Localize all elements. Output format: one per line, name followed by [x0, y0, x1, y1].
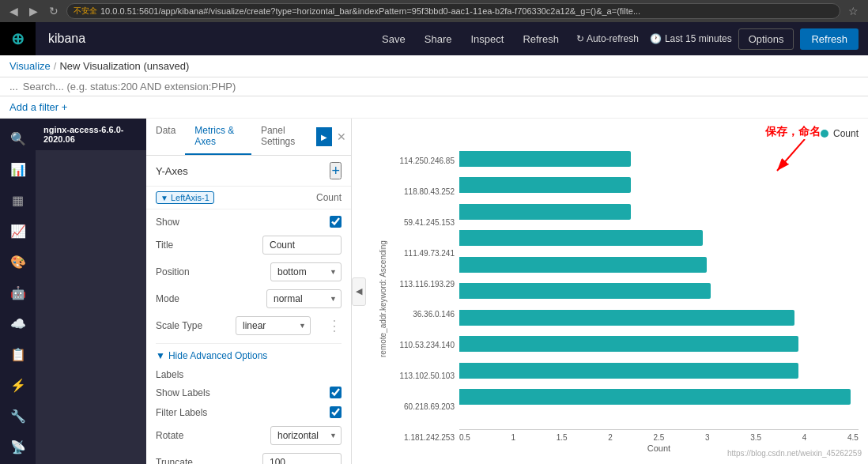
y-label-4: 113.116.193.29	[393, 280, 455, 289]
bars-area	[459, 145, 859, 429]
mode-control: normal stacked percentage ▼	[266, 289, 342, 308]
y-axis-label-text: remote_addr.keyword: Ascending	[379, 241, 387, 358]
bar-1	[459, 177, 631, 193]
filter-labels-checkbox[interactable]	[330, 406, 342, 418]
config-panel: Data Metrics & Axes Panel Settings ▶ ✕ Y…	[146, 119, 352, 464]
save-button[interactable]: Save	[376, 30, 412, 48]
show-labels-checkbox[interactable]	[330, 387, 342, 398]
position-select[interactable]: bottom top left right	[270, 262, 342, 281]
truncate-input[interactable]	[262, 453, 342, 464]
x-tick-2: 1.5	[557, 433, 568, 442]
url-bar[interactable]: 不安全 10.0.0.51:5601/app/kibana#/visualize…	[66, 3, 840, 19]
tab-next-button[interactable]: ▶	[316, 127, 332, 146]
reload-button[interactable]: ↻	[46, 3, 62, 19]
rotate-label: Rotate	[156, 430, 219, 441]
tab-panel-settings[interactable]: Panel Settings	[251, 119, 316, 155]
position-control: bottom top left right ▼	[270, 262, 342, 281]
add-filter-bar: Add a filter +	[0, 96, 868, 119]
auto-refresh-button[interactable]: ↻ Auto-refresh	[572, 30, 643, 47]
bar-3	[459, 230, 703, 246]
monitoring-icon: 📡	[10, 439, 26, 455]
index-name: nginx-access-6.6.0-2020.06	[36, 119, 146, 150]
sidebar-item-discover[interactable]: 🔍	[0, 125, 36, 153]
scale-type-select[interactable]: linear log square root	[236, 316, 311, 335]
timelion-icon: 📈	[10, 224, 26, 239]
watermark: https://blog.csdn.net/weixin_45262259	[727, 449, 862, 458]
refresh-header-button[interactable]: Refresh	[516, 30, 565, 48]
truncate-label: Truncate	[156, 457, 219, 464]
sidebar-item-monitoring[interactable]: 📡	[0, 433, 36, 461]
y-axis-label: remote_addr.keyword: Ascending	[377, 145, 388, 453]
forward-button[interactable]: ▶	[26, 3, 41, 19]
sidebar-item-visualize[interactable]: 📊	[0, 156, 36, 183]
title-row: Title	[156, 236, 342, 255]
inspect-button[interactable]: Inspect	[464, 30, 510, 48]
hide-advanced-icon: ▼	[156, 350, 165, 361]
visualize-breadcrumb-link[interactable]: Visualize	[9, 60, 51, 72]
tab-data[interactable]: Data	[146, 119, 185, 155]
x-tick-0: 0.5	[459, 433, 470, 442]
bar-7	[459, 336, 798, 352]
tab-metrics-axes[interactable]: Metrics & Axes	[185, 119, 251, 155]
scale-type-label: Scale Type	[156, 320, 219, 331]
show-checkbox[interactable]	[330, 216, 342, 228]
axis-chevron-icon: ▼	[160, 194, 168, 202]
app-header: ⊕ kibana Save Share Inspect Refresh ↻ Au…	[0, 22, 868, 55]
y-label-9: 1.181.242.253	[393, 433, 455, 442]
bar-row-3	[459, 227, 859, 249]
x-tick-7: 4	[802, 433, 807, 442]
auto-refresh-label: Auto-refresh	[587, 33, 639, 44]
refresh-button[interactable]: Refresh	[800, 28, 859, 50]
options-button[interactable]: Options	[738, 28, 794, 50]
left-axis-badge[interactable]: ▼ LeftAxis-1	[156, 191, 214, 204]
advanced-toggle-label: Hide Advanced Options	[168, 350, 267, 361]
sidebar-item-devtools[interactable]: 🔧	[0, 402, 36, 430]
advanced-toggle[interactable]: ▼ Hide Advanced Options	[156, 350, 342, 361]
show-control	[330, 216, 342, 228]
more-options-icon[interactable]: ⋮	[327, 317, 342, 334]
refresh-icon: ↻	[576, 33, 584, 44]
sidebar-item-logs[interactable]: 📋	[0, 341, 36, 368]
x-tick-1: 1	[511, 433, 516, 442]
title-input[interactable]	[262, 236, 342, 255]
count-label: Count	[316, 192, 342, 203]
time-range: 🕐 Last 15 minutes	[650, 33, 732, 44]
bar-row-7	[459, 333, 859, 355]
sidebar-item-apm[interactable]: ⚡	[0, 372, 36, 399]
close-config-button[interactable]: ✕	[332, 119, 351, 155]
scale-type-row: Scale Type linear log square root ▼ ⋮	[156, 316, 342, 335]
bookmark-button[interactable]: ☆	[845, 3, 862, 19]
app-logo: ⊕	[0, 22, 36, 55]
sidebar-item-machine-learning[interactable]: 🤖	[0, 279, 36, 307]
ml-icon: 🤖	[10, 285, 26, 300]
add-filter-button[interactable]: Add a filter +	[0, 98, 77, 116]
sidebar-item-infrastructure[interactable]: ☁️	[0, 310, 36, 338]
breadcrumb-current: New Visualization (unsaved)	[59, 60, 189, 72]
show-row: Show	[156, 216, 342, 228]
mode-select[interactable]: normal stacked percentage	[266, 289, 342, 308]
share-button[interactable]: Share	[418, 30, 459, 48]
rotate-select[interactable]: horizontal vertical	[270, 426, 342, 445]
filter-labels-label: Filter Labels	[156, 407, 219, 418]
chart-area: ◀ Count remote_addr.keyword: Ascending 1…	[352, 119, 868, 464]
scale-type-control: linear log square root ▼	[236, 316, 311, 335]
chart-legend: Count	[361, 128, 859, 139]
discover-icon: 🔍	[10, 131, 26, 146]
rotate-row: Rotate horizontal vertical ▼	[156, 426, 342, 445]
mode-label: Mode	[156, 293, 219, 304]
add-axis-button[interactable]: +	[330, 162, 342, 179]
sidebar-item-timelion[interactable]: 📈	[0, 217, 36, 245]
sidebar-item-dashboard[interactable]: ▦	[0, 187, 36, 214]
title-control	[262, 236, 342, 255]
clock-icon: 🕐	[650, 33, 662, 44]
security-warning: 不安全	[74, 6, 97, 17]
title-label: Title	[156, 240, 219, 251]
back-button[interactable]: ◀	[6, 3, 21, 19]
truncate-row: Truncate	[156, 453, 342, 464]
search-input[interactable]	[23, 81, 859, 92]
bar-row-0	[459, 148, 859, 170]
sidebar-item-canvas[interactable]: 🎨	[0, 248, 36, 276]
config-tabs: Data Metrics & Axes Panel Settings ▶ ✕	[146, 119, 351, 156]
collapse-chart-button[interactable]: ◀	[352, 277, 366, 306]
logo-icon: ⊕	[11, 29, 25, 48]
